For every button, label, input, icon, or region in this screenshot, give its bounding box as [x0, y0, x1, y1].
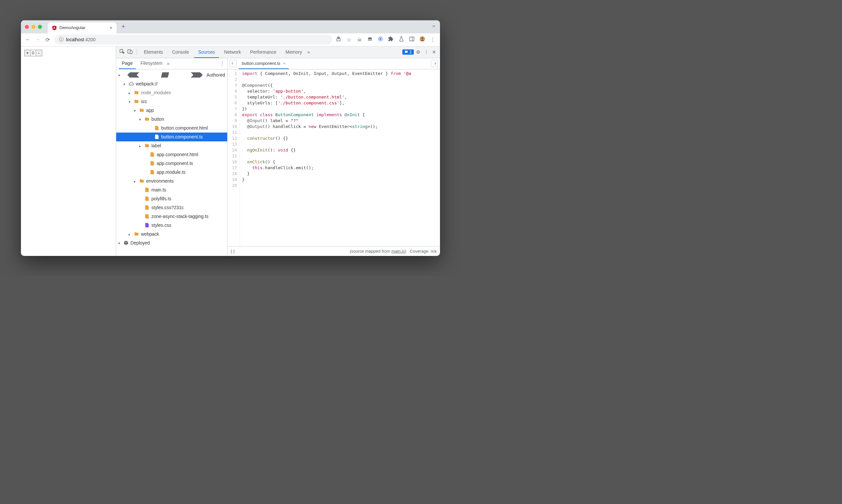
code-area[interactable]: 1234567891011121314151617181920 import {…: [228, 69, 440, 246]
code-content[interactable]: import { Component, OnInit, Input, Outpu…: [240, 69, 440, 246]
svg-point-6: [379, 38, 381, 40]
reload-button[interactable]: ⟳: [44, 37, 51, 43]
extension-target-icon[interactable]: [377, 36, 384, 43]
counter-minus-button[interactable]: -: [36, 50, 42, 56]
tree-app-module[interactable]: app.module.ts: [116, 168, 227, 177]
devtools-tab-sources[interactable]: Sources: [194, 47, 219, 58]
tab-title: DemoAngular: [59, 25, 86, 30]
devtools-tab-console[interactable]: Console: [168, 47, 193, 58]
editor-status-bar: { } (source mapped from main.js) Coverag…: [228, 246, 440, 256]
svg-point-4: [370, 39, 372, 41]
pretty-print-icon[interactable]: { }: [231, 249, 235, 254]
site-info-icon[interactable]: ⓘ: [59, 37, 64, 42]
navigator-tabs-overflow-icon[interactable]: »: [167, 61, 169, 66]
svg-line-14: [158, 72, 171, 77]
tree-zone[interactable]: zone-async-stack-tagging.ts: [116, 212, 227, 221]
tree-src[interactable]: src: [116, 97, 227, 106]
devtools-tab-memory[interactable]: Memory: [282, 47, 306, 58]
new-tab-button[interactable]: +: [119, 23, 128, 30]
navigator-tab-filesystem[interactable]: Filesystem: [137, 58, 166, 69]
coverage-label: Coverage: n/a: [410, 249, 437, 254]
counter-value: 0: [31, 50, 36, 56]
editor-file-name: button.component.ts: [242, 61, 281, 66]
profile-avatar-icon[interactable]: [419, 36, 426, 43]
devtools-tab-elements[interactable]: Elements: [140, 47, 167, 58]
content-area: + 0 - Elements Console Sources Network P…: [21, 47, 440, 256]
url-field[interactable]: ⓘ localhost:4200: [54, 35, 332, 44]
back-button[interactable]: ←: [25, 37, 32, 42]
tree-app-html[interactable]: app.component.html: [116, 150, 227, 159]
inspect-element-icon[interactable]: [119, 49, 125, 56]
editor-nav-prev-icon[interactable]: [230, 60, 237, 67]
tree-node-modules[interactable]: node_modules: [116, 88, 227, 97]
tree-webpack-domain[interactable]: webpack://: [116, 79, 227, 88]
svg-rect-13: [130, 51, 132, 54]
maximize-window-button[interactable]: [38, 25, 42, 29]
source-mapped-link[interactable]: main.js: [391, 249, 405, 254]
line-gutter: 1234567891011121314151617181920: [228, 69, 240, 246]
tree-app[interactable]: app: [116, 106, 227, 115]
editor-tab-bar: button.component.ts ×: [228, 58, 440, 69]
svg-point-3: [368, 39, 370, 41]
devtools-tab-bar: Elements Console Sources Network Perform…: [116, 47, 440, 58]
tree-webpack-folder[interactable]: webpack: [116, 230, 227, 238]
file-tree: Authored webpack:// node_modules src app…: [116, 69, 227, 256]
editor-file-tab[interactable]: button.component.ts ×: [239, 58, 289, 69]
tree-button-html[interactable]: button.component.html: [116, 124, 227, 132]
extension-incognito-icon[interactable]: [367, 36, 373, 43]
url-host: localhost: [66, 37, 84, 42]
devtools-tab-performance[interactable]: Performance: [246, 47, 280, 58]
forward-button[interactable]: →: [35, 37, 41, 42]
angular-favicon-icon: [52, 25, 57, 31]
close-file-icon[interactable]: ×: [283, 61, 285, 66]
tree-polyfills[interactable]: polyfills.ts: [116, 194, 227, 203]
navigator-tab-page[interactable]: Page: [119, 58, 136, 69]
tree-authored[interactable]: Authored: [116, 71, 227, 79]
window-controls: [25, 25, 42, 29]
labs-flask-icon[interactable]: [398, 36, 405, 43]
url-port: :4200: [84, 37, 95, 42]
tree-label-folder[interactable]: label: [116, 141, 227, 150]
extensions-puzzle-icon[interactable]: [388, 36, 394, 43]
tree-button-folder[interactable]: button: [116, 115, 227, 124]
devtools-tab-network[interactable]: Network: [220, 47, 245, 58]
device-toolbar-icon[interactable]: [127, 49, 133, 56]
tree-styles-q[interactable]: styles.css?231c: [116, 203, 227, 212]
source-editor: button.component.ts × 123456789101112131…: [228, 58, 440, 256]
issues-badge[interactable]: 1: [402, 50, 414, 55]
sidepanel-icon[interactable]: [409, 36, 415, 43]
issues-count: 1: [410, 50, 412, 54]
svg-point-10: [421, 37, 423, 39]
editor-toggle-sidebar-icon[interactable]: [431, 60, 438, 67]
devtools-body: Page Filesystem » ⋮ Authored webpack:// …: [116, 58, 440, 256]
devtools-settings-icon[interactable]: ⚙: [415, 50, 422, 55]
svg-rect-7: [410, 37, 414, 41]
navigator-tabs: Page Filesystem » ⋮: [116, 58, 227, 69]
tree-deployed[interactable]: Deployed: [116, 238, 227, 248]
minimize-window-button[interactable]: [32, 25, 35, 29]
browser-tab[interactable]: DemoAngular ×: [48, 22, 117, 33]
tree-main-ts[interactable]: main.ts: [116, 185, 227, 194]
sources-navigator: Page Filesystem » ⋮ Authored webpack:// …: [116, 58, 228, 256]
navigator-menu-icon[interactable]: ⋮: [220, 61, 225, 66]
devtools-close-icon[interactable]: ✕: [431, 50, 437, 55]
tree-environments[interactable]: environments: [116, 177, 227, 185]
close-tab-icon[interactable]: ×: [110, 25, 113, 31]
tree-button-ts[interactable]: button.component.ts: [116, 132, 227, 141]
devtools-menu-icon[interactable]: ⋮: [423, 50, 430, 55]
browser-window: DemoAngular × + ← → ⟳ ⓘ localhost:4200 ☆…: [21, 20, 440, 256]
tree-styles[interactable]: styles.css: [116, 221, 227, 230]
address-bar: ← → ⟳ ⓘ localhost:4200 ☆ ☠ ⋮: [21, 33, 440, 47]
toolbar-icons: ☆ ☠ ⋮: [335, 36, 436, 43]
tabs-overflow-icon[interactable]: [431, 24, 436, 30]
bookmark-star-icon[interactable]: ☆: [346, 37, 352, 43]
close-window-button[interactable]: [25, 25, 29, 29]
share-icon[interactable]: [335, 36, 342, 43]
chrome-menu-icon[interactable]: ⋮: [430, 37, 436, 43]
devtools-tabs-overflow-icon[interactable]: »: [307, 50, 310, 55]
tree-app-ts[interactable]: app.component.ts: [116, 159, 227, 168]
extension-skull-icon[interactable]: ☠: [356, 37, 363, 43]
devtools-panel: Elements Console Sources Network Perform…: [116, 47, 440, 256]
tab-strip: DemoAngular × +: [21, 20, 440, 33]
counter-plus-button[interactable]: +: [24, 50, 31, 56]
